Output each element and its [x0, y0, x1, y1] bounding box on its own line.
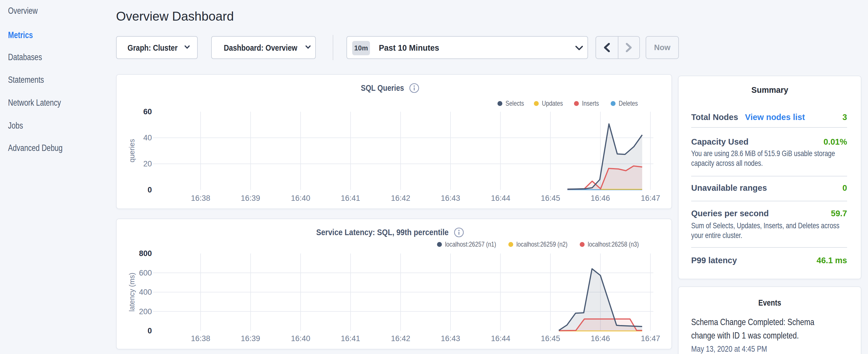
- svg-text:60: 60: [143, 107, 152, 116]
- svg-text:16:46: 16:46: [591, 334, 610, 343]
- svg-text:0: 0: [148, 186, 152, 194]
- svg-text:600: 600: [139, 269, 152, 277]
- svg-text:16:42: 16:42: [391, 194, 410, 202]
- svg-text:16:44: 16:44: [491, 194, 510, 202]
- svg-text:16:47: 16:47: [641, 194, 660, 202]
- svg-text:16:41: 16:41: [341, 194, 360, 202]
- svg-text:16:40: 16:40: [291, 334, 310, 343]
- svg-text:16:39: 16:39: [241, 194, 260, 202]
- svg-text:200: 200: [139, 307, 152, 316]
- svg-text:16:43: 16:43: [441, 334, 460, 343]
- svg-text:16:46: 16:46: [591, 194, 610, 202]
- svg-text:16:43: 16:43: [441, 194, 460, 202]
- svg-text:latency (ms): latency (ms): [128, 273, 136, 312]
- svg-text:16:41: 16:41: [341, 334, 360, 343]
- svg-text:16:39: 16:39: [241, 334, 260, 343]
- svg-text:20: 20: [143, 160, 152, 168]
- svg-text:16:45: 16:45: [541, 334, 560, 343]
- svg-text:16:42: 16:42: [391, 334, 410, 343]
- svg-text:16:45: 16:45: [541, 194, 560, 202]
- svg-text:16:38: 16:38: [191, 194, 210, 202]
- svg-text:16:47: 16:47: [641, 334, 660, 343]
- svg-text:0: 0: [148, 326, 152, 335]
- svg-text:800: 800: [139, 249, 152, 258]
- svg-text:queries: queries: [128, 139, 136, 162]
- svg-text:16:40: 16:40: [291, 194, 310, 202]
- svg-text:16:38: 16:38: [191, 334, 210, 343]
- svg-text:16:44: 16:44: [491, 334, 510, 343]
- svg-text:40: 40: [143, 133, 152, 142]
- svg-text:400: 400: [139, 288, 152, 296]
